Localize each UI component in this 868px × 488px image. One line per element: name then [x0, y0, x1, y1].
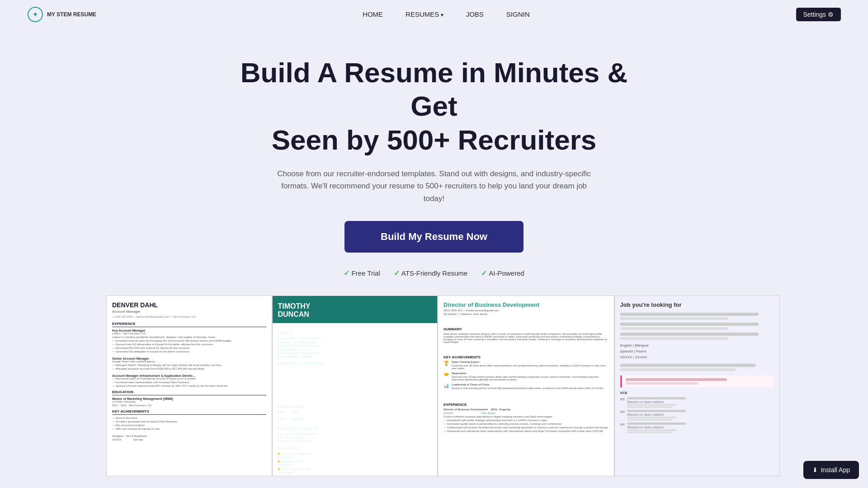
r1-title: Account Manager: [112, 310, 266, 314]
badge-ats: ✓ ATS-Friendly Resume: [394, 269, 467, 277]
r4-highlight-box: [620, 375, 774, 387]
r4-spanish-label: Spanish | Fluent: [620, 349, 774, 353]
hero-heading: Build A Resume in Minutes & Get Seen by …: [231, 56, 637, 157]
r3-achievement-1: 🏆 Sales Training Expert Coached over 30 …: [443, 361, 609, 371]
r3-summary-header: SUMMARY: [443, 327, 609, 331]
r4-line-2: [620, 317, 728, 320]
badge-ai: ✓ AI-Powered: [481, 269, 524, 277]
logo-icon: ✦: [27, 6, 43, 23]
r2-expertise-bar-3: Partnerships: [277, 391, 433, 401]
hero-subtitle: Choose from our recruiter-endorsed templ…: [276, 168, 592, 205]
r4-line-6: [620, 337, 728, 340]
build-resume-button[interactable]: Build My Resume Now: [344, 221, 524, 253]
resume-previews-section: DENVER DAHL Account Manager +1 555 555 5…: [0, 296, 868, 476]
r4-line-3: [620, 323, 759, 326]
feature-badges: ✓ Free Trial ✓ ATS-Friendly Resume ✓ AI-…: [9, 269, 859, 277]
r3-name: Director of Business Development: [443, 301, 609, 308]
logo-text: MY STEM RESUME: [47, 11, 96, 18]
r4-title: Job you're looking for: [620, 301, 774, 308]
r4-vce-label: VCE: [620, 391, 774, 395]
r3-achievement-2: 🤝 Negotiation Secured over 40 big-ticket…: [443, 372, 609, 382]
nav-links: HOME RESUMES JOBS SIGNIN: [363, 10, 529, 19]
nav-signin[interactable]: SIGNIN: [506, 10, 530, 18]
install-icon: ⬇: [812, 466, 818, 474]
r1-education-header: EDUCATION: [112, 390, 266, 395]
resume-preview-timothy: TIMOTHYDUNCAN SKILLS Communication · Cus…: [272, 296, 438, 476]
r2-languages-header: LANGUAGES: [277, 404, 433, 408]
r4-line-1: [620, 313, 759, 316]
r2-quote-header: FAVOURITE QUOTE: [277, 427, 433, 431]
character-2: [779, 417, 780, 476]
r4-line-4: [620, 327, 728, 330]
resume-preview-denver: DENVER DAHL Account Manager +1 555 555 5…: [106, 296, 272, 476]
r2-passions-header: PASSIONS: [277, 446, 433, 450]
r2-expertise-bar-2: Product-led growth: [277, 379, 433, 389]
install-app-button[interactable]: ⬇ Install App: [803, 461, 859, 479]
resume-preview-director: Director of Business Development (842) 7…: [438, 296, 614, 476]
r3-achievement-3: 📊 Leadership in Times of Crisis During a…: [443, 383, 609, 390]
r4-company-2: XX Missions or tasks realized:: [620, 410, 774, 421]
nav-resumes[interactable]: RESUMES: [406, 10, 443, 18]
resume-1-content: DENVER DAHL Account Manager +1 555 555 5…: [107, 296, 272, 476]
r4-content: Job you're looking for English | Bilingu…: [615, 296, 780, 441]
r2-body: SKILLS Communication · Customer-Oriented…: [273, 323, 438, 476]
r4-company-3: XX Missions or tasks realized:: [620, 422, 774, 433]
character-1: [106, 417, 107, 476]
r4-xxxx-label: XXXXX | XXXXX: [620, 355, 774, 359]
r2-skills-header: SKILLS: [277, 331, 433, 335]
r4-company-1: XX Missions or tasks realized:: [620, 397, 774, 408]
svg-text:✦: ✦: [33, 11, 38, 18]
check-icon-1: ✓: [344, 269, 349, 277]
nav-home[interactable]: HOME: [363, 10, 383, 18]
check-icon-2: ✓: [394, 269, 400, 277]
logo[interactable]: ✦ MY STEM RESUME: [27, 6, 96, 23]
resume-preview-job-form: Job you're looking for English | Bilingu…: [614, 296, 780, 476]
r2-name: TIMOTHYDUNCAN: [278, 302, 432, 319]
r2-expertise-header: INDUSTRY EXPERTISE: [277, 361, 433, 366]
previews-row: DENVER DAHL Account Manager +1 555 555 5…: [0, 296, 868, 476]
r1-name: DENVER DAHL: [112, 301, 266, 309]
r3-achievements-header: KEY ACHIEVEMENTS: [443, 355, 609, 359]
r2-header: TIMOTHYDUNCAN: [273, 296, 438, 323]
r4-skill-2: [620, 368, 736, 371]
badge-free-trial: ✓ Free Trial: [344, 269, 380, 277]
r4-english-label: English | Bilingual: [620, 343, 774, 347]
r3-experience-header: EXPERIENCE: [443, 403, 609, 407]
check-icon-3: ✓: [481, 269, 487, 277]
r4-line-5: [620, 333, 759, 336]
r1-contact: +1 555 555 5555 | denver.dahl@example.co…: [112, 315, 266, 318]
settings-button[interactable]: Settings ⚙: [796, 8, 841, 21]
r2-expertise-bar-1: Sales training: [277, 367, 433, 377]
r4-skill-1: [620, 364, 756, 367]
nav-jobs[interactable]: JOBS: [466, 10, 484, 18]
hero-section: Build A Resume in Minutes & Get Seen by …: [0, 29, 868, 291]
r1-experience-header: EXPERIENCE: [112, 322, 266, 327]
navbar: ✦ MY STEM RESUME HOME RESUMES JOBS SIGNI…: [0, 0, 868, 29]
r1-tools: Navigator Dun & Bradstreet XXXXX German: [112, 435, 266, 441]
r1-achievements-header: KEY ACHIEVEMENTS: [112, 409, 266, 415]
